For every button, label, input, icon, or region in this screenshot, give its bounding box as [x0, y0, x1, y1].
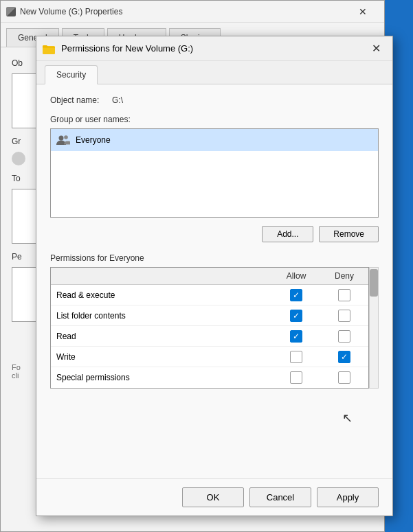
svg-point-2: [64, 135, 68, 139]
perm-allow-special[interactable]: [272, 371, 320, 384]
checkbox-deny-list-folder[interactable]: [338, 310, 350, 322]
perm-deny-list-folder[interactable]: [320, 310, 368, 322]
apply-button[interactable]: Apply: [317, 487, 379, 507]
user-list-item-everyone[interactable]: Everyone: [51, 129, 378, 151]
object-name-row: Object name: G:\: [50, 95, 379, 105]
permissions-scrollbar[interactable]: [369, 267, 379, 389]
remove-button[interactable]: Remove: [319, 226, 379, 242]
perm-deny-write[interactable]: [320, 351, 368, 363]
dialog-close-button[interactable]: ✕: [365, 39, 387, 58]
dialog-tabs: Security: [36, 61, 392, 84]
user-everyone-name: Everyone: [76, 135, 111, 145]
dialog-titlebar: Permissions for New Volume (G:) ✕: [36, 36, 392, 61]
permissions-label: Permissions for Everyone: [50, 253, 379, 263]
checkbox-deny-write[interactable]: [338, 351, 350, 363]
ok-button[interactable]: OK: [182, 487, 244, 507]
perm-row-read-execute: Read & execute: [51, 285, 368, 305]
perm-deny-read[interactable]: [320, 330, 368, 343]
add-button[interactable]: Add...: [262, 226, 313, 242]
perm-name-read: Read: [51, 328, 272, 345]
bg-window-icon: [6, 7, 16, 16]
folder-icon: [42, 42, 56, 56]
perm-header-allow: Allow: [272, 268, 320, 284]
dialog-title: Permissions for New Volume (G:): [61, 43, 359, 54]
add-remove-buttons: Add... Remove: [50, 226, 379, 242]
perm-row-write: Write: [51, 347, 368, 367]
permissions-dialog: Permissions for New Volume (G:) ✕ Securi…: [36, 36, 393, 516]
perm-row-list-folder: List folder contents: [51, 305, 368, 326]
scrollbar-thumb[interactable]: [370, 269, 378, 297]
perm-name-list-folder: List folder contents: [51, 308, 272, 324]
checkbox-deny-read-execute[interactable]: [338, 289, 350, 301]
perm-header-name: [51, 268, 272, 284]
object-name-value: G:\: [112, 95, 123, 105]
bg-titlebar: New Volume (G:) Properties ✕: [1, 1, 384, 23]
checkbox-deny-read[interactable]: [338, 330, 350, 343]
dialog-content: Object name: G:\ Group or user names: Ev…: [36, 84, 392, 405]
perm-row-read: Read: [51, 326, 368, 347]
perm-header-deny: Deny: [320, 268, 368, 284]
permissions-section: Permissions for Everyone Allow Deny Read…: [50, 253, 379, 389]
checkbox-allow-read[interactable]: [290, 330, 302, 343]
checkbox-allow-write[interactable]: [290, 351, 302, 363]
bg-window-title: New Volume (G:) Properties: [20, 7, 343, 16]
perm-allow-list-folder[interactable]: [272, 310, 320, 322]
perm-deny-read-execute[interactable]: [320, 289, 368, 301]
object-name-label: Object name:: [50, 95, 112, 105]
user-list[interactable]: Everyone: [50, 128, 379, 218]
permissions-table-container: Allow Deny Read & execute L: [50, 267, 379, 389]
perm-allow-read[interactable]: [272, 330, 320, 343]
bg-close-button[interactable]: ✕: [347, 1, 379, 23]
checkbox-allow-list-folder[interactable]: [290, 310, 302, 322]
checkbox-deny-special[interactable]: [338, 371, 350, 384]
svg-point-1: [59, 136, 64, 141]
perm-deny-special[interactable]: [320, 371, 368, 384]
perm-name-write: Write: [51, 349, 272, 365]
perm-name-special: Special permissions: [51, 369, 272, 386]
tab-security[interactable]: Security: [45, 65, 98, 84]
perm-name-read-execute: Read & execute: [51, 287, 272, 303]
permissions-header: Allow Deny: [51, 268, 368, 285]
dialog-footer: OK Cancel Apply: [36, 478, 392, 516]
cancel-button[interactable]: Cancel: [249, 487, 311, 507]
bg-avatar: [12, 152, 25, 165]
group-label: Group or user names:: [50, 115, 379, 124]
checkbox-allow-special[interactable]: [290, 371, 302, 384]
users-icon: [56, 133, 70, 147]
perm-allow-write[interactable]: [272, 351, 320, 363]
permissions-table: Allow Deny Read & execute L: [50, 267, 369, 389]
checkbox-allow-read-execute[interactable]: [290, 289, 302, 301]
perm-row-special: Special permissions: [51, 367, 368, 388]
perm-allow-read-execute[interactable]: [272, 289, 320, 301]
